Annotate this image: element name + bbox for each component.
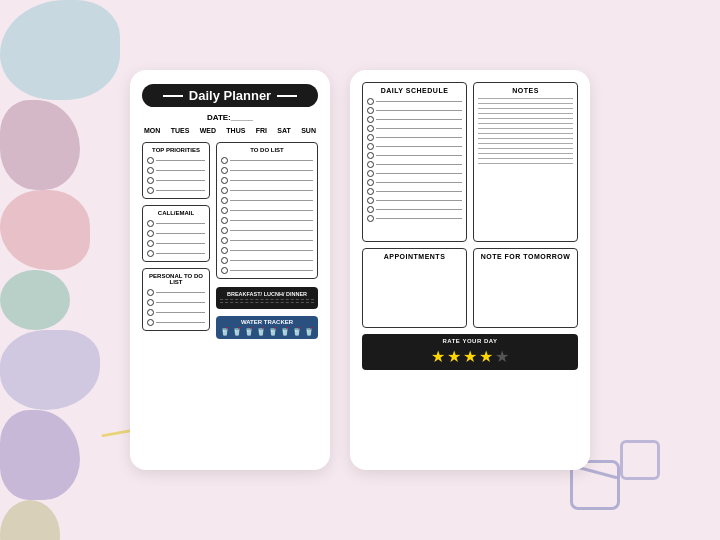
checkbox[interactable] xyxy=(147,187,154,194)
schedule-line xyxy=(367,197,462,204)
checkbox[interactable] xyxy=(147,220,154,227)
time-checkbox[interactable] xyxy=(367,134,374,141)
schedule-line xyxy=(367,116,462,123)
checkbox-line xyxy=(221,257,313,264)
schedule-lines xyxy=(367,98,462,222)
schedule-line xyxy=(367,152,462,159)
time-checkbox[interactable] xyxy=(367,152,374,159)
todo-list-section: TO DO LIST xyxy=(216,142,318,279)
checkbox[interactable] xyxy=(221,187,228,194)
time-checkbox[interactable] xyxy=(367,179,374,186)
checkbox[interactable] xyxy=(221,227,228,234)
star-4[interactable]: ★ xyxy=(479,347,493,366)
checkbox[interactable] xyxy=(221,197,228,204)
time-checkbox[interactable] xyxy=(367,206,374,213)
checkbox[interactable] xyxy=(147,177,154,184)
call-email-section: CALL/EMAIL xyxy=(142,205,210,262)
checkbox-line xyxy=(221,237,313,244)
note-line xyxy=(478,153,573,154)
note-line xyxy=(478,113,573,114)
star-1[interactable]: ★ xyxy=(431,347,445,366)
bg-blob-4 xyxy=(0,270,70,330)
schedule-line xyxy=(367,206,462,213)
checkbox-line xyxy=(221,227,313,234)
top-priorities-section: TOP PRIORITIES xyxy=(142,142,210,199)
time-checkbox[interactable] xyxy=(367,143,374,150)
time-checkbox[interactable] xyxy=(367,98,374,105)
note-line xyxy=(478,98,573,99)
note-line xyxy=(478,133,573,134)
right-top-grid: DAILY SCHEDULE xyxy=(362,82,578,242)
checkbox[interactable] xyxy=(221,267,228,274)
checkbox[interactable] xyxy=(221,177,228,184)
daily-schedule-title: DAILY SCHEDULE xyxy=(367,87,462,94)
bg-blob-5 xyxy=(0,330,100,410)
star-3[interactable]: ★ xyxy=(463,347,477,366)
time-checkbox[interactable] xyxy=(367,197,374,204)
note-line xyxy=(478,143,573,144)
note-line xyxy=(478,108,573,109)
checkbox[interactable] xyxy=(147,157,154,164)
call-email-lines xyxy=(147,220,205,257)
time-checkbox[interactable] xyxy=(367,125,374,132)
top-priorities-lines xyxy=(147,157,205,194)
checkbox[interactable] xyxy=(147,319,154,326)
checkbox-line xyxy=(147,220,205,227)
todo-list-title: TO DO LIST xyxy=(221,147,313,153)
personal-todo-title: PERSONAL TO DO LIST xyxy=(147,273,205,285)
checkbox-line xyxy=(147,177,205,184)
time-checkbox[interactable] xyxy=(367,170,374,177)
note-tomorrow-title: NOTE FOR TOMORROW xyxy=(478,253,573,260)
checkbox[interactable] xyxy=(221,237,228,244)
schedule-line xyxy=(367,170,462,177)
checkbox-line xyxy=(147,240,205,247)
schedule-line xyxy=(367,179,462,186)
bg-blob-6 xyxy=(0,410,80,500)
time-checkbox[interactable] xyxy=(367,116,374,123)
schedule-line xyxy=(367,161,462,168)
checkbox-line xyxy=(221,267,313,274)
note-line xyxy=(478,138,573,139)
todo-list-lines xyxy=(221,157,313,274)
time-checkbox[interactable] xyxy=(367,215,374,222)
checkbox[interactable] xyxy=(221,257,228,264)
date-line: DATE:_____ xyxy=(142,113,318,122)
bg-blob-2 xyxy=(0,100,80,190)
time-checkbox[interactable] xyxy=(367,161,374,168)
breakfast-section: BREAKFAST/ LUCNH/ DINNER xyxy=(216,287,318,309)
call-email-title: CALL/EMAIL xyxy=(147,210,205,216)
checkbox[interactable] xyxy=(147,250,154,257)
time-checkbox[interactable] xyxy=(367,107,374,114)
checkbox-line xyxy=(147,230,205,237)
breakfast-title: BREAKFAST/ LUCNH/ DINNER xyxy=(220,291,314,297)
checkbox-line xyxy=(147,289,205,296)
bg-blob-7 xyxy=(0,500,60,540)
checkbox-line xyxy=(147,309,205,316)
note-line xyxy=(478,163,573,164)
checkbox-line xyxy=(147,250,205,257)
checkbox-line xyxy=(221,247,313,254)
water-tracker-section: WATER TRACKER 🥤 🥤 🥤 🥤 🥤 🥤 🥤 🥤 xyxy=(216,316,318,339)
checkbox[interactable] xyxy=(147,289,154,296)
schedule-line xyxy=(367,134,462,141)
checkbox[interactable] xyxy=(221,157,228,164)
checkbox[interactable] xyxy=(147,167,154,174)
checkbox-line xyxy=(221,177,313,184)
checkbox[interactable] xyxy=(221,207,228,214)
water-icons: 🥤 🥤 🥤 🥤 🥤 🥤 🥤 🥤 xyxy=(220,327,314,336)
checkbox[interactable] xyxy=(221,167,228,174)
checkbox[interactable] xyxy=(147,240,154,247)
star-2[interactable]: ★ xyxy=(447,347,461,366)
bg-blob-3 xyxy=(0,190,90,270)
time-checkbox[interactable] xyxy=(367,188,374,195)
checkbox[interactable] xyxy=(221,217,228,224)
star-5[interactable]: ★ xyxy=(495,347,509,366)
checkbox[interactable] xyxy=(147,230,154,237)
stars-row: ★ ★ ★ ★ ★ xyxy=(368,347,572,366)
schedule-line xyxy=(367,215,462,222)
right-column: TO DO LIST xyxy=(216,142,318,339)
checkbox[interactable] xyxy=(147,309,154,316)
checkbox[interactable] xyxy=(147,299,154,306)
checkbox[interactable] xyxy=(221,247,228,254)
note-line xyxy=(478,103,573,104)
